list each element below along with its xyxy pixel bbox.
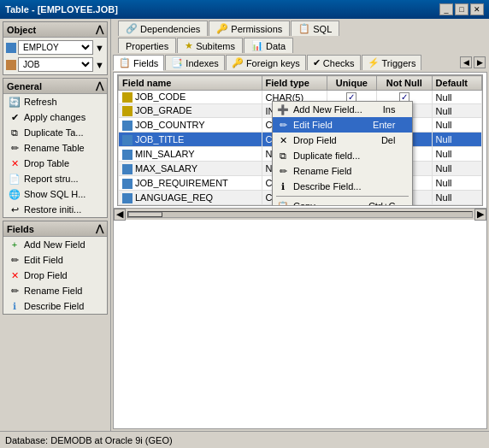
window-controls: _ □ ✕ [439,3,484,15]
sidebar-item-show-sql[interactable]: 🌐 Show SQL H... [3,186,107,202]
h-scrollbar-track[interactable] [127,211,473,218]
sql-icon: 🌐 [9,188,21,200]
field-name-cell: JOB_REQUIREMENT [119,176,262,191]
table-select[interactable]: JOB [18,57,93,72]
sidebar-item-report[interactable]: 📄 Report stru... [3,171,107,186]
drop-field-shortcut: Del [364,135,396,145]
field-type-icon [122,150,133,160]
sidebar-item-describe-field[interactable]: ℹ Describe Field [3,298,107,314]
table-icon [6,60,16,70]
field-default-cell: Null [432,191,481,205]
col-field-name: Field name [119,76,262,91]
restore-icon: ↩ [9,203,21,215]
ctx-item-add-new-field[interactable]: ➕Add New Field...Ins [273,102,412,117]
copy-label: Copy [293,201,315,206]
tab-permissions[interactable]: 🔑 Permissions [209,21,290,36]
ctx-item-duplicate-field[interactable]: ⧉Duplicate field... [273,148,412,163]
field-default-cell: Null [432,147,481,162]
maximize-button[interactable]: □ [455,3,468,15]
sidebar-item-apply-changes[interactable]: ✔ Apply changes [3,109,107,125]
sidebar-item-restore[interactable]: ↩ Restore initi... [3,202,107,217]
object-section: Object ⋀ EMPLOY ▼ JOB ▼ [3,21,108,75]
drop-field-icon: ✕ [9,269,21,281]
duplicate-icon: ⧉ [9,127,21,139]
tab-row-2: Properties ★ Subitems 📊 Data [115,36,489,53]
tab-prev-button[interactable]: ◀ [460,56,472,68]
edit-field-shortcut: Enter [356,120,395,130]
ctx-item-drop-field[interactable]: ✕Drop FieldDel [273,133,412,148]
indexes-tab-icon: 📑 [171,57,183,68]
add-new-field-label: Add New Field... [293,104,362,115]
edit-field-icon: ✏ [9,254,21,266]
scroll-right-button[interactable]: ▶ [474,209,486,221]
sidebar-item-rename-field[interactable]: ✏ Rename Field [3,283,107,298]
general-section: General ⋀ 🔄 Refresh ✔ Apply changes ⧉ Du… [3,78,108,218]
duplicate-field-icon: ⧉ [276,149,290,162]
field-name-cell: JOB_COUNTRY [119,118,262,133]
h-scrollbar-thumb[interactable] [128,212,162,217]
rename-field-icon: ✏ [9,285,21,297]
sidebar-item-drop-field[interactable]: ✕ Drop Field [3,268,107,283]
tab-checks[interactable]: ✔ Checks [307,55,361,70]
minimize-button[interactable]: _ [439,3,453,15]
h-scrollbar[interactable]: ◀ ▶ [114,208,486,220]
field-name-cell: MIN_SALARY [119,147,262,162]
status-bar: Database: DEMODB at Oracle 9i (GEO) [0,431,489,448]
field-type-icon [122,164,133,174]
top-tabs-container: 🔗 Dependencies 🔑 Permissions 📋 SQL Prope… [111,19,489,53]
tab-row-1: 🔗 Dependencies 🔑 Permissions 📋 SQL [115,19,489,36]
field-name-cell: JOB_GRADE [119,104,262,118]
sidebar-item-add-field[interactable]: + Add New Field [3,237,107,252]
add-field-icon: + [9,239,21,251]
ctx-item-describe-field[interactable]: ℹDescribe Field... [273,179,412,194]
title-bar: Table - [EMPLOYEE.JOB] _ □ ✕ [0,0,489,19]
triggers-tab-icon: ⚡ [368,57,380,68]
field-type-icon [122,179,133,189]
data-tab-icon: 📊 [251,40,263,51]
foreign-keys-icon: 🔑 [232,57,244,68]
rename-icon: ✏ [9,142,21,154]
checks-tab-icon: ✔ [313,57,321,68]
ctx-item-rename-field[interactable]: ✏Rename Field [273,163,412,179]
apply-icon: ✔ [9,111,21,123]
scroll-left-button[interactable]: ◀ [114,209,126,221]
col-unique: Unique [327,76,376,91]
ctx-item-edit-field[interactable]: ✏Edit FieldEnter [273,117,412,133]
dependencies-tab-icon: 🔗 [126,23,138,34]
tab-data[interactable]: 📊 Data [244,38,293,53]
content-area: 🔗 Dependencies 🔑 Permissions 📋 SQL Prope… [111,19,489,431]
sidebar-item-rename-table[interactable]: ✏ Rename Table [3,140,107,156]
tab-properties[interactable]: Properties [118,38,176,53]
sidebar-item-edit-field[interactable]: ✏ Edit Field [3,252,107,268]
tab-fields[interactable]: 📋 Fields [113,55,164,71]
add-new-field-shortcut: Ins [366,104,396,115]
drop-field-label: Drop Field [293,135,337,145]
tab-sql[interactable]: 📋 SQL [291,21,339,36]
inner-tab-row: 📋 Fields 📑 Indexes 🔑 Foreign keys ✔ Chec… [111,53,489,72]
fields-table-container[interactable]: Field name Field type Unique Not Null De… [117,74,483,206]
sidebar-item-duplicate-table[interactable]: ⧉ Duplicate Ta... [3,125,107,140]
tab-foreign-keys[interactable]: 🔑 Foreign keys [226,55,306,70]
tab-dependencies[interactable]: 🔗 Dependencies [118,21,208,36]
field-default-cell: Null [432,176,481,191]
sidebar-item-drop-table[interactable]: ✕ Drop Table [3,156,107,171]
tab-next-button[interactable]: ▶ [474,56,486,68]
close-button[interactable]: ✕ [470,3,484,15]
add-new-field-icon: ➕ [276,103,290,116]
field-type-icon [122,121,133,131]
field-default-cell: Null [432,104,481,118]
refresh-icon: 🔄 [9,96,21,108]
info-icon: ℹ [9,300,21,312]
tab-subitems[interactable]: ★ Subitems [177,38,243,53]
field-type-icon [122,92,133,103]
ctx-item-copy[interactable]: 📋CopyCtrl+C [273,198,412,206]
fields-section-header: Fields ⋀ [3,221,107,237]
tab-triggers[interactable]: ⚡ Triggers [362,55,422,70]
tab-indexes[interactable]: 📑 Indexes [165,55,225,70]
schema-select[interactable]: EMPLOY [18,40,93,55]
field-type-icon [122,135,133,145]
drop-icon: ✕ [9,157,21,169]
fields-section: Fields ⋀ + Add New Field ✏ Edit Field ✕ … [3,221,108,315]
field-default-cell: Null [432,162,481,176]
sidebar-item-refresh[interactable]: 🔄 Refresh [3,94,107,109]
